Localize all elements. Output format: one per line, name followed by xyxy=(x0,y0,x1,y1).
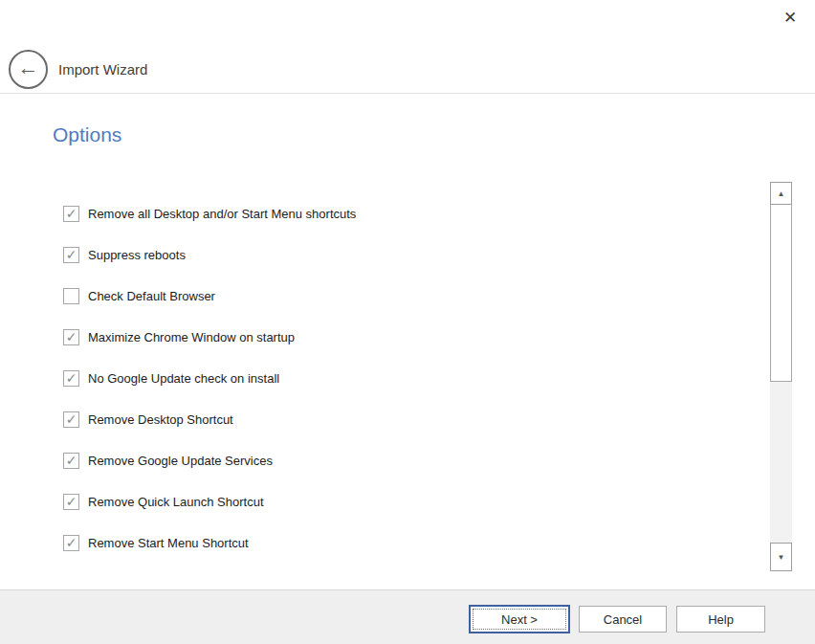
vertical-scrollbar: ▲ ▼ xyxy=(770,182,792,571)
import-wizard-dialog: ✕ ← Import Wizard Options ✓ Remove all D… xyxy=(0,0,815,644)
options-list: ✓ Remove all Desktop and/or Start Menu s… xyxy=(63,193,599,564)
scrollbar-track[interactable] xyxy=(770,382,792,543)
checkbox-remove-shortcuts[interactable]: ✓ xyxy=(63,206,79,222)
cancel-button[interactable]: Cancel xyxy=(579,606,667,633)
option-row: ✓ Check Default Browser xyxy=(63,276,599,317)
checkbox-suppress-reboots[interactable]: ✓ xyxy=(63,247,79,263)
checkmark-icon: ✓ xyxy=(66,454,77,467)
option-label[interactable]: No Google Update check on install xyxy=(88,371,279,386)
checkbox-maximize-chrome[interactable]: ✓ xyxy=(63,329,79,345)
checkmark-icon: ✓ xyxy=(66,371,77,385)
option-row: ✓ Remove Start Menu Shortcut xyxy=(63,522,599,564)
checkbox-no-update-check[interactable]: ✓ xyxy=(63,370,79,387)
wizard-header: ← Import Wizard xyxy=(9,48,815,90)
page-title: Import Wizard xyxy=(58,61,147,78)
checkmark-icon: ✓ xyxy=(66,330,77,344)
checkmark-icon: ✓ xyxy=(66,536,77,549)
header-divider xyxy=(0,93,815,94)
checkbox-remove-quick-launch[interactable]: ✓ xyxy=(63,494,79,510)
checkbox-remove-desktop-shortcut[interactable]: ✓ xyxy=(63,411,79,428)
option-row: ✓ No Google Update check on install xyxy=(63,358,599,399)
option-row: ✓ Remove all Desktop and/or Start Menu s… xyxy=(63,193,599,234)
option-row: ✓ Remove Desktop Shortcut xyxy=(63,399,599,440)
options-heading: Options xyxy=(53,123,121,146)
option-label[interactable]: Remove Quick Launch Shortcut xyxy=(88,495,264,509)
checkbox-check-default-browser[interactable]: ✓ xyxy=(63,288,79,304)
scroll-down-button[interactable]: ▼ xyxy=(770,543,792,571)
option-label[interactable]: Check Default Browser xyxy=(88,289,215,303)
checkmark-icon: ✓ xyxy=(66,248,77,261)
option-label[interactable]: Suppress reboots xyxy=(88,248,186,262)
option-row: ✓ Maximize Chrome Window on startup xyxy=(63,317,599,358)
checkbox-remove-start-menu[interactable]: ✓ xyxy=(63,535,79,551)
checkmark-icon: ✓ xyxy=(66,495,77,508)
option-label[interactable]: Remove Start Menu Shortcut xyxy=(88,536,249,550)
next-button[interactable]: Next > xyxy=(469,605,570,633)
close-icon: ✕ xyxy=(783,8,797,28)
option-row: ✓ Remove Google Update Services xyxy=(63,440,599,481)
footer-bar: Next > Cancel Help xyxy=(0,589,815,644)
close-button[interactable]: ✕ xyxy=(779,6,802,29)
scroll-up-button[interactable]: ▲ xyxy=(770,182,792,205)
checkmark-icon: ✓ xyxy=(66,412,77,426)
back-button[interactable]: ← xyxy=(9,50,48,89)
option-row: ✓ Remove Quick Launch Shortcut xyxy=(63,481,599,522)
back-arrow-icon: ← xyxy=(18,57,39,78)
scroll-up-icon: ▲ xyxy=(778,189,785,198)
checkbox-remove-update-services[interactable]: ✓ xyxy=(63,453,79,469)
help-button[interactable]: Help xyxy=(676,606,765,633)
option-label[interactable]: Remove Google Update Services xyxy=(88,454,273,468)
option-label[interactable]: Maximize Chrome Window on startup xyxy=(88,330,295,344)
checkmark-icon: ✓ xyxy=(66,207,77,220)
option-label[interactable]: Remove all Desktop and/or Start Menu sho… xyxy=(88,207,356,221)
option-row: ✓ Suppress reboots xyxy=(63,234,599,276)
scroll-down-icon: ▼ xyxy=(778,553,785,562)
scrollbar-thumb[interactable] xyxy=(770,205,792,382)
option-label[interactable]: Remove Desktop Shortcut xyxy=(88,412,233,427)
